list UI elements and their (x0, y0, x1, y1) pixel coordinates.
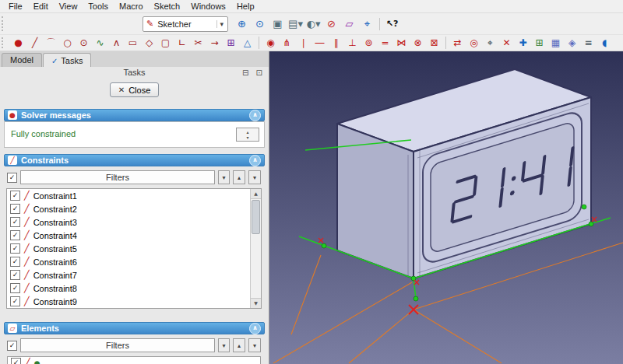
create-rectangle-icon[interactable]: ▭ (125, 36, 140, 50)
snap-toggle-icon[interactable]: ◈ (565, 36, 579, 50)
constraints-header[interactable]: ╱ Constraints ∧ (4, 154, 265, 166)
element-checkbox[interactable]: ✓ (11, 358, 21, 364)
constraints-scrollbar[interactable]: ▲ ▼ (250, 189, 261, 308)
collapse-section-icon[interactable]: ∧ (249, 110, 261, 121)
clock-model[interactable] (337, 69, 591, 278)
constraint-checkbox[interactable]: ✓ (10, 296, 20, 306)
constraint-checkbox[interactable]: ✓ (10, 217, 20, 227)
fit-selection-icon[interactable]: ⊙ (252, 16, 268, 32)
filter-settings-button[interactable]: ▾ (248, 338, 261, 352)
constrain-parallel-icon[interactable]: ∥ (329, 36, 343, 50)
constraint-checkbox[interactable]: ✓ (10, 243, 20, 254)
menu-item[interactable]: Tools (83, 1, 114, 12)
float-panel-icon[interactable]: ⊡ (256, 68, 265, 77)
constrain-block-icon[interactable]: ⊗ (410, 36, 425, 50)
filter-dropdown-button[interactable]: ▾ (218, 338, 230, 352)
constrain-perpendicular-icon[interactable]: ⊥ (345, 36, 360, 50)
extend-edge-icon[interactable]: → (207, 36, 222, 50)
tab-tasks[interactable]: ✓ Tasks (43, 53, 92, 68)
elements-filter-combo[interactable]: Filters (20, 338, 215, 352)
scrollbar-thumb[interactable] (252, 200, 260, 234)
scroll-down-button[interactable]: ▼ (251, 298, 261, 308)
draw-style-icon[interactable]: ◐▾ (305, 16, 322, 32)
rendering-order-icon[interactable]: ≡ (581, 36, 596, 50)
view-select-icon[interactable]: ▤▾ (287, 16, 304, 32)
stop-operation-icon[interactable]: ⊘ (323, 16, 340, 32)
constrain-point-on-object-icon[interactable]: ⋔ (280, 36, 294, 50)
workbench-selector[interactable]: ✎ Sketcher ▾ (143, 16, 228, 32)
constraint-row[interactable]: ✓ ╱ Constraint3 (7, 215, 251, 229)
create-polyline-icon[interactable]: ʌ (109, 36, 124, 50)
constraint-checkbox[interactable]: ✓ (10, 204, 20, 214)
solver-spinbox[interactable]: ▴ ▾ (236, 128, 259, 142)
menu-item[interactable]: Edit (28, 1, 54, 12)
constrain-equal-icon[interactable]: = (378, 36, 392, 50)
construction-mode-icon[interactable]: △ (240, 36, 255, 50)
spin-up-icon[interactable]: ▴ (246, 129, 248, 135)
constraint-checkbox[interactable]: ✓ (10, 257, 20, 267)
constrain-vertical-icon[interactable]: ∣ (296, 36, 311, 50)
constraint-row[interactable]: ✓ ╱ Constraint8 (7, 282, 251, 295)
tab-model[interactable]: Model (2, 53, 42, 67)
menu-item[interactable]: Help (231, 1, 260, 12)
remove-axes-alignment-icon[interactable]: ✕ (499, 36, 514, 50)
filter-dropdown-button[interactable]: ▾ (218, 170, 230, 184)
constrain-lock-icon[interactable]: ⊠ (427, 36, 442, 50)
menu-item[interactable]: Macro (114, 1, 149, 12)
menu-item[interactable]: File (3, 1, 28, 12)
view-sketch-icon[interactable]: ▱ (341, 16, 357, 32)
menu-item[interactable]: Sketch (149, 1, 186, 12)
create-circle-icon[interactable]: ○ (60, 36, 75, 50)
elements-header[interactable]: ▱ Elements ∧ (4, 322, 265, 334)
create-slot-icon[interactable]: ▢ (158, 36, 173, 50)
constraint-row[interactable]: ✓ ╱ Constraint1 (7, 189, 251, 202)
constraint-row[interactable]: ✓ ╱ Constraint7 (7, 268, 251, 282)
constrain-symmetric-icon[interactable]: ⋈ (394, 36, 409, 50)
spin-down-icon[interactable]: ▾ (246, 135, 248, 140)
create-bspline-icon[interactable]: ∿ (93, 36, 107, 50)
toolbar-handle[interactable] (2, 37, 7, 48)
constraint-row[interactable]: ✓ ╱ Constraint9 (7, 295, 251, 308)
3d-viewport[interactable]: 21:41 (269, 51, 623, 364)
constraint-checkbox[interactable]: ✓ (10, 283, 20, 293)
whats-this-icon[interactable]: ↖? (384, 16, 400, 32)
constrain-horizontal-icon[interactable]: ― (312, 36, 327, 50)
axonometric-view-icon[interactable]: ▣ (269, 16, 286, 32)
create-conic-icon[interactable]: ⊙ (76, 36, 91, 50)
constraint-checkbox[interactable]: ✓ (10, 270, 20, 280)
constrain-coincident-icon[interactable]: ◉ (263, 36, 278, 50)
element-row[interactable]: ✓ ╱ ● (7, 356, 261, 364)
external-geometry-icon[interactable]: ⊞ (224, 36, 238, 50)
constraint-row[interactable]: ✓ ╱ Constraint5 (7, 242, 251, 255)
clone-geometry-icon[interactable]: ✚ (516, 36, 530, 50)
filter-expand-button[interactable]: ▴ (233, 338, 245, 352)
constraints-filter-combo[interactable]: Filters (20, 170, 215, 184)
3d-scene[interactable]: 21:41 (269, 51, 623, 364)
grid-toggle-icon[interactable]: ▦ (548, 36, 563, 50)
create-point-icon[interactable]: ● (11, 36, 26, 50)
scroll-up-button[interactable]: ▲ (251, 189, 261, 199)
activate-constraint-icon[interactable]: ◎ (466, 36, 481, 50)
zoom-measure-icon[interactable]: ⌖ (359, 16, 375, 32)
constraint-checkbox[interactable]: ✓ (10, 191, 20, 201)
collapse-section-icon[interactable]: ∧ (249, 155, 261, 166)
constraint-row[interactable]: ✓ ╱ Constraint2 (7, 202, 251, 215)
create-arc-icon[interactable]: ⌒ (44, 36, 58, 50)
create-fillet-icon[interactable]: ∟ (174, 36, 189, 50)
copy-geometry-icon[interactable]: ⊞ (532, 36, 547, 50)
select-origin-icon[interactable]: ⌖ (483, 36, 498, 50)
menu-item[interactable]: Windows (185, 1, 231, 12)
dock-panel-icon[interactable]: ⊟ (242, 68, 251, 77)
collapse-section-icon[interactable]: ∧ (249, 323, 261, 334)
menu-item[interactable]: View (54, 1, 83, 12)
toggle-driving-constraint-icon[interactable]: ⇄ (450, 36, 465, 50)
trim-edge-icon[interactable]: ✂ (191, 36, 206, 50)
close-button[interactable]: ✕ Close (110, 82, 160, 97)
constraints-filter-checkbox[interactable]: ✓ (7, 173, 17, 183)
solver-messages-header[interactable]: ● Solver messages ∧ (4, 109, 265, 121)
constraint-row[interactable]: ✓ ╱ Constraint6 (7, 255, 251, 268)
toolbar-handle[interactable] (2, 16, 7, 31)
elements-filter-checkbox[interactable]: ✓ (7, 341, 17, 351)
constraint-checkbox[interactable]: ✓ (10, 230, 20, 240)
fit-all-icon[interactable]: ⊕ (234, 16, 250, 32)
